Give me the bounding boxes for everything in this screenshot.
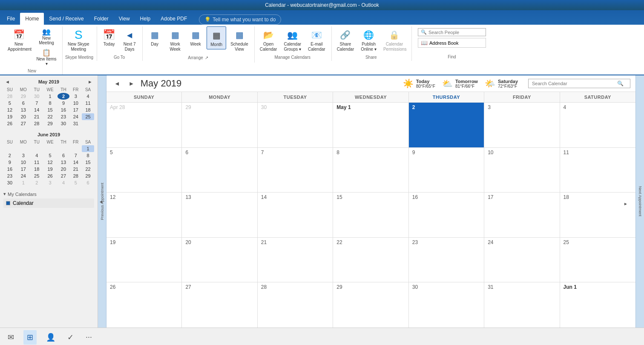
mini-cal-may-day[interactable]: 12 bbox=[3, 106, 16, 113]
mini-cal-may-day[interactable]: 4 bbox=[82, 93, 94, 100]
mini-cal-june-day[interactable]: 2 bbox=[3, 152, 16, 159]
mini-cal-may-day[interactable]: 8 bbox=[43, 100, 58, 106]
mini-cal-may-day[interactable]: 5 bbox=[3, 100, 16, 106]
nav-calendar-icon[interactable]: ⊞ bbox=[23, 330, 37, 345]
cal-cell-may15[interactable]: 15 bbox=[333, 193, 408, 237]
mini-cal-june-day[interactable]: 4 bbox=[31, 152, 43, 159]
mini-cal-may-day[interactable]: 9 bbox=[58, 100, 70, 106]
mini-cal-june-day[interactable]: 28 bbox=[69, 172, 82, 179]
mini-cal-may-day[interactable]: 29 bbox=[43, 120, 58, 127]
cal-cell-may30[interactable]: 30 bbox=[409, 282, 484, 328]
mini-cal-june-day[interactable]: 17 bbox=[16, 166, 31, 172]
mini-cal-june-day[interactable]: 13 bbox=[58, 159, 70, 166]
cal-cell-may10[interactable]: 10 bbox=[484, 148, 560, 193]
mini-cal-may-day[interactable]: 20 bbox=[16, 113, 31, 120]
publish-online-button[interactable]: 🌐 PublishOnline ▾ bbox=[358, 26, 379, 54]
mini-cal-june-day[interactable]: 29 bbox=[82, 172, 94, 179]
new-skype-meeting-button[interactable]: S New SkypeMeeting bbox=[65, 26, 92, 54]
cal-cell-may19[interactable]: 19 bbox=[106, 238, 182, 282]
cal-cell-may24[interactable]: 24 bbox=[484, 238, 560, 282]
cal-prev-button[interactable]: ◄ bbox=[112, 79, 123, 88]
cal-cell-apr29[interactable]: 29 bbox=[182, 103, 257, 147]
mini-cal-may-day[interactable]: 31 bbox=[69, 120, 82, 127]
cal-cell-may23[interactable]: 23 bbox=[409, 238, 484, 282]
cal-search-box[interactable]: 🔍 bbox=[528, 79, 630, 88]
mini-cal-may-day[interactable]: 30 bbox=[31, 93, 43, 100]
mini-cal-may-day[interactable]: 10 bbox=[69, 100, 82, 106]
new-appointment-button[interactable]: 📅 NewAppointment bbox=[5, 26, 32, 54]
mini-cal-may-day[interactable]: 1 bbox=[43, 93, 58, 100]
month-view-button[interactable]: ▦ Month bbox=[207, 26, 226, 49]
mini-cal-june-day[interactable]: 25 bbox=[31, 172, 43, 179]
mini-cal-june-day[interactable]: 5 bbox=[43, 152, 58, 159]
mini-cal-may-day[interactable]: 26 bbox=[3, 120, 16, 127]
mini-cal-june-day[interactable]: 27 bbox=[58, 172, 70, 179]
calendar-groups-button[interactable]: 👥 CalendarGroups ▾ bbox=[281, 26, 304, 54]
arrange-expand-icon[interactable]: ↗ bbox=[205, 55, 208, 60]
cal-cell-may16[interactable]: 16 bbox=[409, 193, 484, 237]
cal-cell-may7[interactable]: 7 bbox=[258, 148, 333, 193]
mini-cal-may-day[interactable]: 6 bbox=[16, 100, 31, 106]
mini-cal-june-day[interactable]: 24 bbox=[16, 172, 31, 179]
mini-cal-may-day[interactable]: 30 bbox=[58, 120, 70, 127]
tab-folder[interactable]: Folder bbox=[89, 13, 114, 25]
mini-cal-may-day[interactable]: 25 bbox=[82, 113, 94, 120]
search-people-input[interactable] bbox=[428, 30, 480, 35]
mini-cal-june-day[interactable] bbox=[43, 145, 58, 152]
mini-cal-may-day[interactable]: 21 bbox=[31, 113, 43, 120]
next-appointment-tab[interactable]: Next Appointment ► bbox=[635, 75, 644, 328]
tab-view[interactable]: View bbox=[114, 13, 135, 25]
mini-cal-june-day-1[interactable]: 1 bbox=[82, 145, 94, 152]
mini-cal-may-day[interactable]: 27 bbox=[16, 120, 31, 127]
cal-cell-may17[interactable]: 17 bbox=[484, 193, 560, 237]
cal-cell-may9[interactable]: 9 bbox=[409, 148, 484, 193]
mini-cal-may-day[interactable]: 3 bbox=[69, 93, 82, 100]
cal-cell-may22[interactable]: 22 bbox=[333, 238, 408, 282]
mini-cal-june-day[interactable]: 21 bbox=[69, 166, 82, 172]
cal-cell-may5[interactable]: 5 bbox=[106, 148, 182, 193]
cal-cell-may27[interactable]: 27 bbox=[182, 282, 257, 328]
cal-cell-may28[interactable]: 28 bbox=[258, 282, 333, 328]
tab-send-receive[interactable]: Send / Receive bbox=[44, 13, 89, 25]
cal-cell-may31[interactable]: 31 bbox=[484, 282, 560, 328]
mini-cal-june-day[interactable]: 20 bbox=[58, 166, 70, 172]
today-button[interactable]: 📅 Today bbox=[100, 26, 118, 49]
mini-cal-may-day[interactable]: 29 bbox=[16, 93, 31, 100]
cal-cell-may18[interactable]: 18 bbox=[560, 193, 635, 237]
mini-cal-june-day[interactable]: 19 bbox=[43, 166, 58, 172]
mini-cal-june-day[interactable]: 30 bbox=[3, 179, 16, 186]
mini-cal-may-next[interactable]: ► bbox=[86, 79, 94, 85]
cal-cell-may4[interactable]: 4 bbox=[560, 103, 635, 147]
mini-cal-may-day[interactable]: 11 bbox=[82, 100, 94, 106]
tab-file[interactable]: File bbox=[2, 13, 20, 25]
address-book-button[interactable]: 📖 Address Book bbox=[418, 38, 486, 48]
mini-cal-june-day[interactable] bbox=[3, 145, 16, 152]
cal-cell-may11[interactable]: 11 bbox=[560, 148, 635, 193]
cal-cell-may6[interactable]: 6 bbox=[182, 148, 257, 193]
nav-people-icon[interactable]: 👤 bbox=[43, 330, 58, 345]
cal-cell-may8[interactable]: 8 bbox=[333, 148, 408, 193]
mini-cal-june-day[interactable]: 22 bbox=[82, 166, 94, 172]
previous-appointment-tab[interactable]: Previous Appointment ◄ bbox=[98, 75, 106, 328]
cal-cell-may29[interactable]: 29 bbox=[333, 282, 408, 328]
cal-search-input[interactable] bbox=[532, 81, 617, 86]
mini-cal-june-day[interactable]: 16 bbox=[3, 166, 16, 172]
mini-cal-june-day[interactable]: 7 bbox=[69, 152, 82, 159]
mini-cal-june-day[interactable]: 26 bbox=[43, 172, 58, 179]
mini-cal-may-day[interactable]: 22 bbox=[43, 113, 58, 120]
cal-next-button[interactable]: ► bbox=[126, 79, 137, 88]
new-meeting-button[interactable]: 👥 New Meeting bbox=[34, 26, 59, 46]
search-people-box[interactable]: 🔍 bbox=[418, 28, 486, 36]
cal-cell-may12[interactable]: 12 bbox=[106, 193, 182, 237]
mini-cal-june-day[interactable]: 14 bbox=[69, 159, 82, 166]
mini-cal-june-day[interactable]: 2 bbox=[31, 179, 43, 186]
mini-cal-june-day[interactable]: 18 bbox=[31, 166, 43, 172]
calendar-item-main[interactable]: Calendar bbox=[3, 198, 94, 208]
mini-cal-june-day[interactable]: 5 bbox=[69, 179, 82, 186]
cal-cell-apr30[interactable]: 30 bbox=[258, 103, 333, 147]
cal-cell-may14[interactable]: 14 bbox=[258, 193, 333, 237]
day-view-button[interactable]: ▦ Day bbox=[145, 26, 164, 49]
cal-cell-jun1[interactable]: Jun 1 bbox=[560, 282, 635, 328]
mini-cal-june-day[interactable]: 23 bbox=[3, 172, 16, 179]
mini-cal-may-day[interactable]: 14 bbox=[31, 106, 43, 113]
